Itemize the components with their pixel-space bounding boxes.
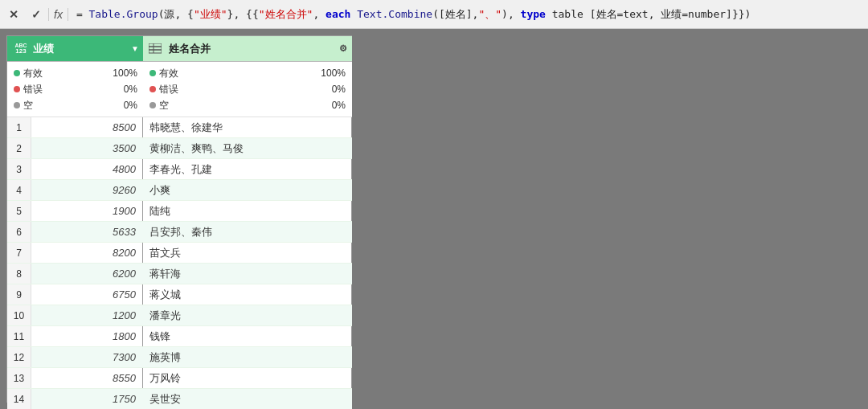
stat-xm-valid-value: 100% [317,67,346,79]
row-num: 9 [7,284,31,305]
table-row: 韩晓慧、徐建华 [143,117,352,138]
stat-valid-label: 有效 [23,67,106,80]
stat-valid-value: 100% [109,67,137,79]
table-row: 苗文兵 [143,243,352,264]
cell-text: 李春光、孔建 [143,162,352,177]
stat-xm-error: 错误 0% [149,81,346,97]
table-icon [149,43,162,55]
table-xm-stats: 有效 100% 错误 0% 空 0% [143,62,352,117]
main-area: ABC 123 业绩 ▼ 有效 100% 错误 0% [0,29,868,409]
cell-value: 1800 [31,330,144,342]
row-num: 14 [7,389,31,409]
cell-text: 钱锋 [143,329,352,344]
table-row: 小爽 [143,180,352,201]
row-num: 7 [7,243,31,263]
table-row: 3 4800 [7,159,144,180]
row-num: 11 [7,326,31,346]
cell-value: 8550 [31,372,144,384]
stat-error-value: 0% [109,84,137,95]
dot-error [14,86,20,92]
table-row: 李春光、孔建 [143,159,352,180]
table-row: 吕安邦、秦伟 [143,222,352,243]
formula-equal: = [76,8,89,20]
table-row: 蒋轩海 [143,264,352,284]
row-num: 13 [7,368,31,388]
formula-text[interactable]: = Table.Group(源, {"业绩"}, {{"姓名合并", each … [72,7,863,22]
formula-func: Table.Group [89,8,158,20]
cell-value: 5633 [31,226,144,238]
cell-value: 1750 [31,393,144,405]
stat-xm-empty-value: 0% [317,100,346,111]
table-yj: ABC 123 业绩 ▼ 有效 100% 错误 0% [6,35,143,403]
cell-text: 陆纯 [143,204,352,219]
table-yj-dropdown[interactable]: ▼ [131,44,139,53]
stat-xm-empty: 空 0% [149,97,346,113]
stat-xm-error-value: 0% [317,84,346,95]
stat-empty-label: 空 [23,99,106,112]
table-yj-stats: 有效 100% 错误 0% 空 0% [7,62,144,117]
cell-value: 9260 [31,184,144,196]
formula-paren: (源, { [158,8,194,20]
table-row: 蒋义城 [143,284,352,305]
table-yj-header: ABC 123 业绩 ▼ [7,36,144,62]
table-row: 潘章光 [143,305,352,326]
table-row: 8 6200 [7,264,144,284]
table-row: 7 8200 [7,243,144,264]
table-row: 施英博 [143,347,352,368]
stat-xm-error-label: 错误 [159,83,314,96]
row-num: 3 [7,159,31,179]
table-row: 6 5633 [7,222,144,243]
formula-each: each [326,8,350,20]
table-xm: 姓名合并 ⚙ 有效 100% 错误 0% 空 0% [143,35,352,403]
table-xm-settings[interactable]: ⚙ [339,43,347,54]
svg-rect-0 [149,43,162,47]
dot-xm-empty [149,102,156,108]
cell-text: 吕安邦、秦伟 [143,225,352,239]
formula-str3: "、" [478,8,502,20]
cell-text: 蒋义城 [143,288,352,302]
cell-text: 小爽 [143,183,352,198]
table-row: 黄柳洁、爽鸭、马俊 [143,138,352,159]
stat-row-empty: 空 0% [14,97,137,113]
cell-value: 8500 [31,121,144,133]
svg-rect-2 [149,50,162,53]
cell-text: 潘章光 [143,309,352,323]
cell-text: 苗文兵 [143,246,352,260]
dot-valid [14,70,20,76]
table-row: 9 6750 [7,284,144,305]
table-row: 5 1900 [7,201,144,222]
table-row: 万风铃 [143,368,352,389]
table-row: 13 8550 [7,368,144,389]
check-icon[interactable]: ✓ [27,6,45,23]
cell-value: 6750 [31,288,144,301]
row-num: 10 [7,305,31,325]
table-row: 14 1750 [7,389,144,409]
table-row: 吴世安 [143,389,352,409]
formula-str1: "业绩" [194,8,227,20]
formula-str2: "姓名合并" [259,8,313,20]
row-num: 12 [7,347,31,367]
svg-rect-1 [149,47,162,50]
formula-bar: ✕ ✓ fx = Table.Group(源, {"业绩"}, {{"姓名合并"… [0,0,868,29]
table-row: 4 9260 [7,180,144,201]
cell-text: 韩晓慧、徐建华 [143,121,352,135]
type-icon-yj: ABC 123 [12,43,30,55]
stat-empty-value: 0% [109,100,137,111]
stat-error-label: 错误 [23,83,106,96]
cell-text: 万风铃 [143,371,352,386]
table-xm-header: 姓名合并 ⚙ [143,36,352,62]
dot-xm-error [149,86,156,92]
table-xm-title: 姓名合并 [169,42,211,56]
stat-xm-valid-label: 有效 [159,67,314,80]
close-icon[interactable]: ✕ [5,6,23,23]
table-row: 陆纯 [143,201,352,222]
row-num: 6 [7,222,31,242]
cell-value: 1900 [31,205,144,217]
cell-value: 1200 [31,309,144,321]
cell-value: 6200 [31,268,144,280]
cell-value: 8200 [31,247,144,259]
stat-xm-empty-label: 空 [159,99,314,112]
row-num: 5 [7,201,31,221]
table-row: 12 7300 [7,347,144,368]
table-row: 1 8500 [7,117,144,138]
